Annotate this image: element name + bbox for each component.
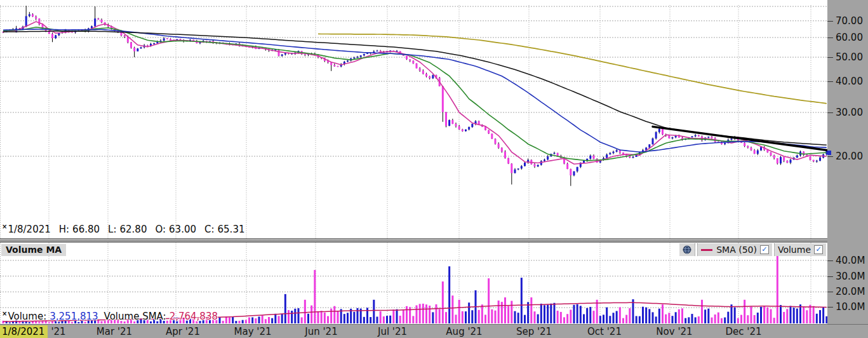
axis-label: 50.00 — [836, 51, 863, 63]
indicator-settings-chip[interactable] — [679, 243, 695, 256]
time-axis[interactable]: 1/8/2021 '21Mar '21Apr '21May '21Jun '21… — [0, 324, 868, 338]
close-icon[interactable]: × — [2, 223, 7, 230]
open-value: 63.00 — [169, 224, 196, 235]
month-label: Oct '21 — [576, 326, 633, 337]
axis-tick — [827, 156, 833, 157]
axis-label: 20.0M — [836, 286, 865, 297]
month-label: Mar '21 — [86, 326, 143, 337]
month-label: Apr '21 — [154, 326, 211, 337]
axis-label: 40.0M — [836, 255, 865, 266]
volume-sma-value: 2,764,838 — [170, 311, 218, 322]
axis-label: 70.00 — [836, 15, 863, 27]
globe-icon — [683, 245, 691, 254]
volume-panel-legend: SMA (50) ✓ Volume ✓ — [679, 243, 826, 256]
volume-sma-label: Volume SMA: — [104, 311, 166, 322]
last-price-marker — [827, 151, 831, 155]
axis-label: 10.0M — [836, 301, 865, 313]
volume-checkbox[interactable]: ✓ — [814, 245, 823, 254]
high-label: H: — [59, 224, 69, 235]
volume-legend-label: Volume — [778, 245, 811, 255]
close-label: C: — [204, 224, 215, 235]
low-value: 62.80 — [119, 224, 147, 235]
sma-legend-item: SMA (50) ✓ — [697, 243, 772, 256]
month-label: Nov '21 — [646, 326, 703, 337]
sma-line-swatch — [701, 249, 712, 251]
open-label: O: — [155, 224, 166, 235]
axis-tick — [827, 37, 833, 38]
axis-label: 40.00 — [836, 76, 863, 87]
close-value: 65.31 — [218, 224, 245, 235]
axis-label: 60.00 — [836, 32, 863, 43]
volume-value: 3,251,813 — [50, 311, 98, 322]
month-label: Dec '21 — [715, 326, 772, 337]
price-volume-chart-canvas[interactable] — [0, 0, 827, 324]
axis-tick — [827, 292, 833, 292]
volume-label: Volume: — [8, 311, 46, 322]
axis-label: 20.00 — [836, 151, 863, 162]
crosshair-date: 1/8/2021 — [8, 224, 50, 235]
sma-checkbox[interactable]: ✓ — [760, 245, 769, 254]
axis-tick — [827, 307, 833, 308]
axis-tick — [827, 276, 833, 277]
axis-tick — [827, 260, 833, 261]
axis-label: 30.00 — [836, 107, 863, 118]
month-label: Aug '21 — [436, 326, 493, 337]
high-value: 66.80 — [72, 224, 100, 235]
close-icon[interactable]: × — [2, 310, 7, 317]
month-label: Sep '21 — [505, 326, 563, 337]
axis-tick — [827, 57, 833, 58]
axis-tick — [827, 81, 833, 82]
axis-tick — [827, 21, 833, 22]
month-label: '21 — [30, 326, 87, 337]
ohlc-info-line: ×1/8/2021H:66.80L:62.80O:63.00C:65.31 — [2, 224, 244, 235]
price-axis[interactable]: 70.0060.0050.0040.0030.0020.0040.0M30.0M… — [827, 0, 868, 324]
volume-panel-title[interactable]: Volume MA — [1, 244, 66, 256]
month-label: Jul '21 — [364, 326, 421, 337]
axis-label: 30.0M — [836, 271, 865, 282]
sma-legend-label: SMA (50) — [716, 245, 757, 255]
pane-splitter[interactable] — [0, 238, 868, 243]
volume-info-line: ×Volume:3,251,813Volume SMA:2,764,838 — [2, 311, 218, 322]
volume-legend-item: Volume ✓ — [774, 243, 826, 256]
month-label: Jun '21 — [293, 326, 350, 337]
axis-tick — [827, 112, 833, 113]
month-label: May '21 — [224, 326, 281, 337]
charting-app: ×1/8/2021H:66.80L:62.80O:63.00C:65.31 Vo… — [0, 0, 868, 338]
low-label: L: — [108, 224, 116, 235]
